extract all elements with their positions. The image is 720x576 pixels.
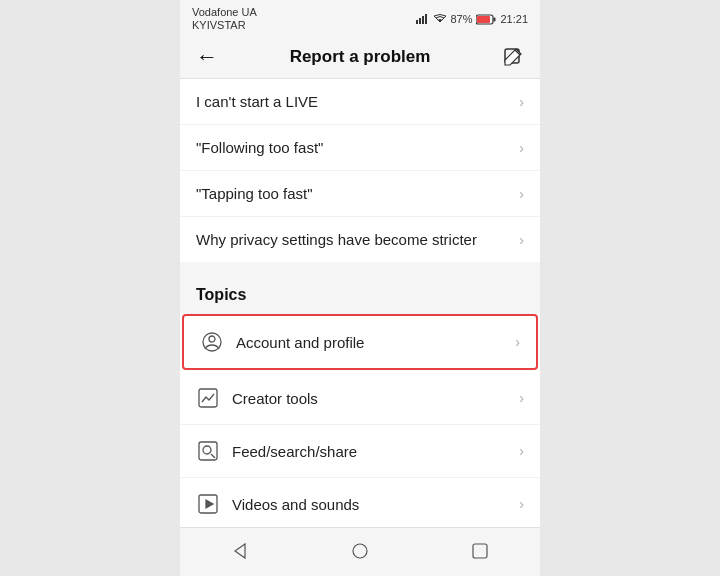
svg-point-9 (209, 336, 215, 342)
list-item[interactable]: Why privacy settings have become stricte… (180, 217, 540, 262)
home-nav-button[interactable] (340, 536, 380, 566)
battery-percent: 87% (450, 13, 472, 25)
item-label: Account and profile (236, 334, 515, 351)
chevron-icon: › (515, 334, 520, 350)
topics-title: Topics (196, 286, 246, 303)
svg-rect-2 (422, 16, 424, 24)
svg-point-18 (353, 544, 367, 558)
back-button[interactable]: ← (196, 44, 218, 70)
item-label: Videos and sounds (232, 496, 519, 513)
nav-bar: ← Report a problem (180, 36, 540, 79)
person-circle-icon (200, 330, 224, 354)
list-item[interactable]: "Following too fast" › (180, 125, 540, 171)
item-label: "Following too fast" (196, 139, 519, 156)
item-label: Why privacy settings have become stricte… (196, 231, 519, 248)
svg-rect-0 (416, 20, 418, 24)
phone-container: Vodafone UA KYIVSTAR 87% 21:21 (180, 0, 540, 576)
back-nav-button[interactable] (220, 536, 260, 566)
svg-rect-19 (473, 544, 487, 558)
carrier-location: KYIVSTAR (192, 19, 257, 32)
topic-videos-sounds[interactable]: Videos and sounds › (180, 478, 540, 527)
svg-line-13 (211, 454, 215, 458)
video-box-icon (196, 492, 220, 516)
item-label: Feed/search/share (232, 443, 519, 460)
list-item[interactable]: I can't start a LIVE › (180, 79, 540, 125)
status-right: 87% 21:21 (416, 13, 528, 25)
svg-point-12 (203, 446, 211, 454)
status-bar: Vodafone UA KYIVSTAR 87% 21:21 (180, 0, 540, 36)
carrier-info: Vodafone UA KYIVSTAR (192, 6, 257, 32)
topic-account-profile[interactable]: Account and profile › (182, 314, 538, 370)
svg-rect-10 (199, 389, 217, 407)
chevron-icon: › (519, 140, 524, 156)
chevron-icon: › (519, 232, 524, 248)
chevron-icon: › (519, 186, 524, 202)
chart-line-icon (196, 386, 220, 410)
item-label: "Tapping too fast" (196, 185, 519, 202)
battery-icon (476, 14, 496, 25)
item-label: Creator tools (232, 390, 519, 407)
topics-header: Topics (180, 270, 540, 312)
wifi-icon (434, 14, 446, 24)
time: 21:21 (500, 13, 528, 25)
signal-icon (416, 14, 430, 24)
svg-marker-15 (206, 500, 213, 508)
svg-rect-3 (425, 14, 427, 24)
item-label: I can't start a LIVE (196, 93, 519, 110)
page-title: Report a problem (290, 47, 431, 67)
recent-nav-button[interactable] (460, 536, 500, 566)
search-box-icon (196, 439, 220, 463)
chevron-icon: › (519, 390, 524, 406)
edit-icon[interactable] (502, 46, 524, 68)
carrier-name: Vodafone UA (192, 6, 257, 19)
list-item[interactable]: "Tapping too fast" › (180, 171, 540, 217)
svg-rect-5 (494, 17, 496, 21)
chevron-icon: › (519, 496, 524, 512)
svg-rect-1 (419, 18, 421, 24)
chevron-icon: › (519, 94, 524, 110)
svg-marker-17 (235, 544, 245, 558)
quick-items-section: I can't start a LIVE › "Following too fa… (180, 79, 540, 262)
chevron-icon: › (519, 443, 524, 459)
svg-rect-6 (477, 16, 490, 23)
topic-creator-tools[interactable]: Creator tools › (180, 372, 540, 425)
topics-section: Account and profile › Creator tools › (180, 314, 540, 527)
topic-feed-search[interactable]: Feed/search/share › (180, 425, 540, 478)
bottom-nav (180, 527, 540, 576)
content-area: I can't start a LIVE › "Following too fa… (180, 79, 540, 527)
